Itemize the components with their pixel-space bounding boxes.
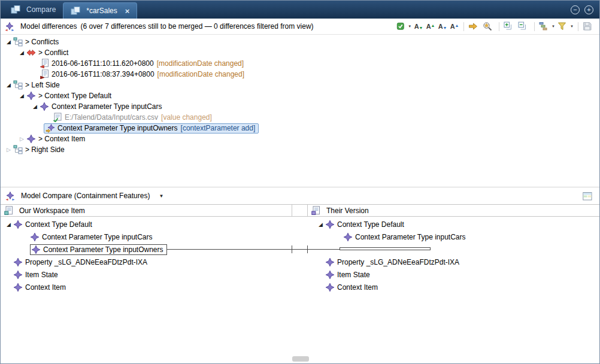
- compare-editor-window: Compare *carSales × − + Model difference…: [0, 0, 600, 364]
- tree-row-context-type-default[interactable]: ◢ > Context Type Default: [1, 90, 599, 101]
- tree-label: E:/Talend/Data/Input/cars.csv: [65, 113, 158, 122]
- tree-row-conflicts[interactable]: ◢ > Conflicts: [1, 37, 599, 47]
- tree-row-input-cars[interactable]: ◢ Context Parameter Type inputCars: [1, 101, 599, 112]
- emf-object-icon: [13, 257, 23, 267]
- tree-label: > Conflict: [38, 48, 68, 57]
- collapse-all-icon: [518, 22, 528, 31]
- value-changed-icon: [53, 113, 62, 122]
- tab-carsales[interactable]: *carSales ×: [63, 2, 137, 19]
- emf-object-icon: [26, 91, 36, 101]
- emf-object-icon: [325, 270, 335, 280]
- tab-label: *carSales: [86, 7, 117, 15]
- attribute-change-left-icon: [40, 59, 49, 68]
- expand-toggle-icon[interactable]: ▷: [4, 147, 13, 153]
- dropdown-caret-icon[interactable]: ▼: [551, 25, 555, 28]
- expand-toggle-icon[interactable]: ◢: [4, 82, 13, 88]
- previous-difference-button[interactable]: A▲: [425, 20, 436, 32]
- left-compare-tree: ◢ Context Type Default Context Parameter…: [1, 218, 292, 355]
- previous-unresolved-icon: A: [450, 23, 455, 30]
- center-column-header: [292, 205, 308, 216]
- change-kind-label: [value changed]: [161, 113, 212, 122]
- group-differences-button[interactable]: ▼: [538, 20, 556, 32]
- mark-resolved-button[interactable]: ▼: [396, 20, 412, 32]
- expand-toggle-icon[interactable]: ◢: [316, 222, 325, 228]
- tree-row-item-state[interactable]: Item State: [1, 268, 292, 281]
- tab-compare[interactable]: Compare: [4, 1, 63, 19]
- workspace-item-icon: [4, 206, 14, 216]
- model-differences-tree: ◢ > Conflicts ◢ > Conflict 2016-06-16T11…: [1, 35, 599, 187]
- horizontal-scrollbar-thumb[interactable]: [292, 356, 309, 362]
- diff-summary: (6 over 7 differences still to be merged…: [81, 22, 314, 31]
- expand-toggle-icon[interactable]: ◢: [4, 39, 13, 45]
- emf-object-icon: [13, 220, 23, 229]
- tree-row-left-side[interactable]: ◢ > Left Side: [1, 80, 599, 90]
- dropdown-caret-icon[interactable]: ▼: [570, 25, 574, 28]
- model-differences-header: Model differences (6 over 7 differences …: [1, 19, 599, 35]
- tree-row-conflict[interactable]: ◢ > Conflict: [1, 47, 599, 58]
- tree-label: Context Parameter Type inputOwners: [43, 245, 163, 254]
- tree-label: 2016-06-16T11:10:11.620+0800: [51, 59, 154, 68]
- dropdown-caret-icon[interactable]: ▼: [408, 25, 411, 28]
- toolbar-separator: [578, 22, 578, 31]
- matched-node-box[interactable]: Context Parameter Type inputOwners: [30, 244, 167, 255]
- model-compare-icon: [5, 191, 15, 201]
- tree-row-cars-csv[interactable]: E:/Talend/Data/Input/cars.csv [value cha…: [1, 112, 599, 123]
- selected-difference[interactable]: Context Parameter Type inputOwners [cont…: [44, 123, 259, 134]
- tree-label: 2016-06-16T11:08:37.394+0800: [51, 70, 154, 78]
- tree-label: Property _sLG_ADNeEeaFDtzPdt-IXA: [337, 258, 459, 266]
- column-header-label: Their Version: [326, 207, 369, 215]
- tree-row-context-type-default[interactable]: ◢ Context Type Default: [1, 218, 292, 230]
- expand-toggle-icon[interactable]: ◢: [17, 93, 26, 99]
- expand-toggle-icon[interactable]: ◢: [31, 104, 40, 110]
- expand-toggle-icon[interactable]: ◢: [17, 50, 26, 56]
- next-difference-button[interactable]: A▼: [413, 20, 424, 32]
- tree-row-right-side[interactable]: ▷ > Right Side: [1, 144, 599, 155]
- emf-object-icon: [31, 245, 41, 254]
- tree-row-property[interactable]: Property _sLG_ADNeEeaFDtzPdt-IXA: [1, 256, 292, 268]
- tab-close-icon[interactable]: ×: [125, 7, 130, 15]
- tree-row-input-cars[interactable]: Context Parameter Type inputCars: [1, 230, 292, 243]
- table-view-toggle-icon[interactable]: [583, 192, 592, 201]
- compare-editor-icon: [71, 6, 80, 16]
- center-gutter: [292, 218, 308, 355]
- column-header-label: Our Workspace Item: [19, 207, 85, 215]
- tree-row-context-item[interactable]: Context Item: [1, 281, 292, 293]
- tree-label: Context Type Default: [25, 220, 92, 229]
- emf-object-icon: [30, 232, 40, 242]
- right-column-header[interactable]: Their Version: [308, 205, 599, 216]
- emf-object-icon: [325, 283, 335, 292]
- expand-toggle-icon[interactable]: ◢: [4, 222, 13, 228]
- save-icon: [583, 22, 592, 31]
- expand-all-button[interactable]: [503, 20, 516, 32]
- search-changes-button[interactable]: [482, 20, 495, 32]
- connector-tick: [307, 245, 308, 253]
- expand-toggle-icon[interactable]: ▷: [17, 136, 26, 142]
- tree-row-context-type-default[interactable]: ◢ Context Type Default: [308, 218, 599, 230]
- tree-row-item-state[interactable]: Item State: [308, 268, 599, 281]
- maximize-view-icon[interactable]: +: [584, 5, 593, 14]
- left-column-header[interactable]: Our Workspace Item: [1, 205, 292, 216]
- save-button[interactable]: [582, 20, 595, 32]
- collapse-all-button[interactable]: [517, 20, 531, 32]
- tree-row-date-change-right[interactable]: 2016-06-16T11:08:37.394+0800 [modificati…: [1, 69, 599, 80]
- next-unresolved-button[interactable]: A▼: [437, 20, 448, 32]
- change-kind-label: [modificationDate changed]: [157, 70, 244, 78]
- filter-differences-button[interactable]: ▼: [557, 20, 574, 32]
- tree-label: Context Parameter Type inputCars: [42, 233, 153, 241]
- viewer-dropdown-caret-icon[interactable]: ▼: [159, 193, 163, 199]
- merge-all-button[interactable]: [468, 20, 481, 32]
- tree-row-input-owners[interactable]: Context Parameter Type inputOwners [cont…: [1, 123, 599, 134]
- tree-row-date-change-left[interactable]: 2016-06-16T11:10:11.620+0800 [modificati…: [1, 58, 599, 69]
- tree-row-property[interactable]: Property _sLG_ADNeEeaFDtzPdt-IXA: [308, 256, 599, 268]
- expand-all-icon: [504, 22, 513, 31]
- minimize-view-icon[interactable]: −: [571, 5, 580, 14]
- emf-object-icon: [325, 220, 335, 229]
- toolbar-separator: [463, 22, 464, 31]
- side-group-icon: [13, 37, 23, 47]
- tree-row-input-cars[interactable]: Context Parameter Type inputCars: [308, 230, 599, 243]
- tree-row-context-item[interactable]: Context Item: [308, 281, 599, 293]
- compare-panes: ◢ Context Type Default Context Parameter…: [1, 217, 599, 355]
- tree-row-context-item[interactable]: ▷ > Context Item: [1, 134, 599, 144]
- previous-unresolved-button[interactable]: A▲: [449, 20, 460, 32]
- tree-label: Context Parameter Type inputCars: [355, 233, 466, 241]
